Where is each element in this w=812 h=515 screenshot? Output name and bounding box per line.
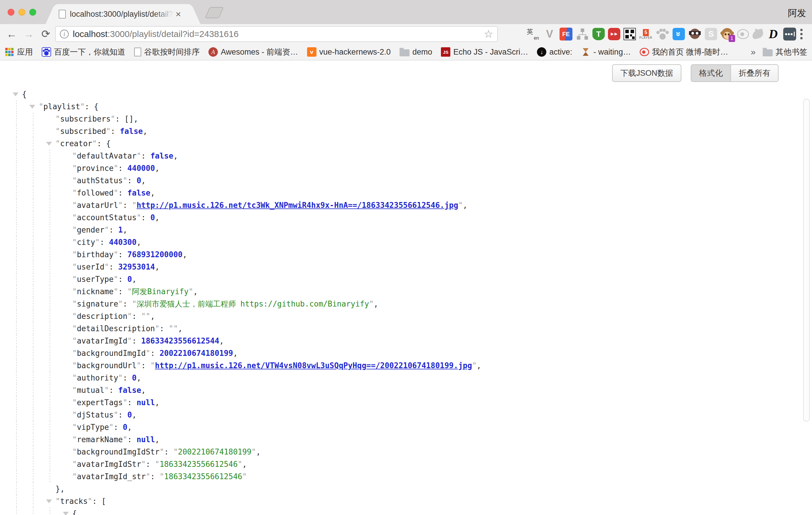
json-value: 0 <box>127 273 132 285</box>
bookmark-item[interactable]: vvue-hackernews-2.0 <box>307 47 391 57</box>
arrow-spacer <box>45 113 56 125</box>
tampermonkey-icon[interactable]: T <box>592 28 605 40</box>
fe-icon[interactable]: FE <box>559 28 573 40</box>
json-value: 0 <box>123 421 127 433</box>
arrow-spacer <box>62 322 72 335</box>
bird-icon[interactable] <box>751 28 764 39</box>
bookmark-item[interactable]: 应用 <box>5 47 33 57</box>
indent-guide <box>28 507 45 515</box>
password-dots-icon[interactable]: ••• <box>783 28 796 40</box>
minimize-window-button[interactable] <box>19 9 25 16</box>
chrome-menu-icon[interactable] <box>800 33 803 35</box>
json-row: }, <box>12 483 812 495</box>
json-link[interactable]: http://p1.music.126.net/VTW4vsN08vwL3uSQ… <box>155 360 472 372</box>
scrollbar-thumb[interactable] <box>803 99 810 422</box>
vimium-icon[interactable]: V <box>543 27 556 41</box>
download-json-button[interactable]: 下载JSON数据 <box>612 64 682 82</box>
arrow-spacer <box>62 372 72 384</box>
json-token: , <box>178 322 182 335</box>
traffic-lights <box>8 9 36 16</box>
json-token: : <box>160 322 169 335</box>
qr-code-icon[interactable] <box>624 28 636 40</box>
arrow-spacer <box>62 236 72 249</box>
video-speed-icon[interactable]: ►► <box>608 28 620 40</box>
json-token: " <box>72 360 77 372</box>
format-button[interactable]: 格式化 <box>691 65 731 81</box>
json-row: "defaultAvatar": false, <box>12 150 812 162</box>
weibo-grey-icon[interactable] <box>737 29 749 39</box>
mask-icon[interactable] <box>688 27 702 41</box>
other-bookmarks[interactable]: 其他书签 <box>763 47 807 57</box>
bookmark-item[interactable]: 百度一下，你就知道 <box>42 47 125 57</box>
tab-close-icon[interactable]: × <box>176 9 181 19</box>
s-ext-icon[interactable]: S <box>705 28 717 40</box>
json-key: subscribers <box>60 113 111 125</box>
bookmark-item[interactable]: AAwesomes - 前端资… <box>208 47 298 57</box>
bookmark-item[interactable]: 谷歌按时间排序 <box>134 47 200 57</box>
monkey-icon[interactable]: 1 <box>720 27 734 41</box>
collapse-arrow-icon[interactable] <box>12 88 22 101</box>
sitemap-icon[interactable] <box>576 27 589 41</box>
new-tab-button[interactable] <box>205 7 224 18</box>
close-window-button[interactable] <box>8 9 14 16</box>
json-token: , <box>123 224 127 236</box>
indent-guide <box>28 261 45 273</box>
json-value: 0 <box>132 372 137 384</box>
arrow-spacer <box>62 273 72 285</box>
collapse-arrow-icon[interactable] <box>28 101 39 113</box>
bookmarks-overflow-icon[interactable]: » <box>751 47 756 57</box>
json-token: , <box>193 285 198 298</box>
json-row: "gender": 1, <box>12 224 812 236</box>
collapse-arrow-icon[interactable] <box>45 495 56 507</box>
indent-guide <box>45 310 62 322</box>
bookmark-item[interactable]: JSEcho JS - JavaScri… <box>441 47 528 57</box>
json-token: " <box>458 199 463 211</box>
zoom-window-button[interactable] <box>29 9 36 16</box>
d-ext-icon[interactable]: D <box>766 27 780 41</box>
url-bar[interactable]: i localhost:3000/playlist/detail?id=2438… <box>55 26 498 42</box>
downloader-icon[interactable]: » <box>672 28 685 40</box>
extensions-row: 英enVFET►►5PLAYER»S1D••• <box>526 27 796 41</box>
json-token: , <box>132 409 137 421</box>
collapse-arrow-icon[interactable] <box>45 137 56 150</box>
bookmark-star-icon[interactable]: ☆ <box>484 28 493 40</box>
arrow-spacer <box>62 347 72 360</box>
json-key: backgroundImgId <box>77 347 146 360</box>
json-key: backgroundImgIdStr <box>77 446 160 458</box>
indent-guide <box>28 273 45 285</box>
json-row: "tracks": [ <box>12 495 812 507</box>
bookmark-item[interactable]: 我的首页 微博-随时… <box>640 47 728 57</box>
indent-guide <box>28 335 45 347</box>
json-token: " <box>173 322 178 335</box>
json-token: : <box>127 396 137 409</box>
back-button[interactable]: ← <box>4 26 19 42</box>
active-tab[interactable]: localhost:3000/playlist/detail? × <box>55 4 192 24</box>
reload-button[interactable]: ⟳ <box>38 26 53 42</box>
translate-icon[interactable]: 英en <box>526 27 540 41</box>
arrow-spacer <box>62 261 72 273</box>
json-row: "subscribers": [], <box>12 113 812 125</box>
url-text[interactable]: localhost:3000/playlist/detail?id=243816… <box>73 29 481 39</box>
collapse-arrow-icon[interactable] <box>62 507 72 515</box>
json-key: expertTags <box>77 396 123 409</box>
indent-guide <box>45 372 62 384</box>
bookmark-item[interactable]: - waiting… <box>581 47 631 57</box>
json-token: " <box>242 470 247 483</box>
json-key: backgroundUrl <box>77 360 137 372</box>
json-token: " <box>114 162 118 174</box>
json-link[interactable]: http://p1.music.126.net/tc3Wk_XNPmwiR4hx… <box>137 199 458 211</box>
bookmark-item[interactable]: demo <box>400 48 432 57</box>
page-info-icon[interactable]: i <box>60 30 69 38</box>
json-row: "signature": "深圳市爱猫人士，前端工程师 https://gith… <box>12 298 812 310</box>
collapse-all-button[interactable]: 折叠所有 <box>731 65 778 81</box>
json-value: 440000 <box>127 162 155 174</box>
json-token: " <box>72 261 77 273</box>
paw-icon[interactable] <box>656 27 669 41</box>
json-token: " <box>141 310 146 322</box>
indent-guide <box>28 249 45 261</box>
json-key: subscribed <box>60 125 106 137</box>
html5-player-icon[interactable]: 5PLAYER <box>639 27 652 41</box>
profile-name[interactable]: 阿发 <box>788 7 806 19</box>
json-token: , <box>463 199 468 211</box>
bookmark-item[interactable]: ↓active: <box>537 47 572 57</box>
